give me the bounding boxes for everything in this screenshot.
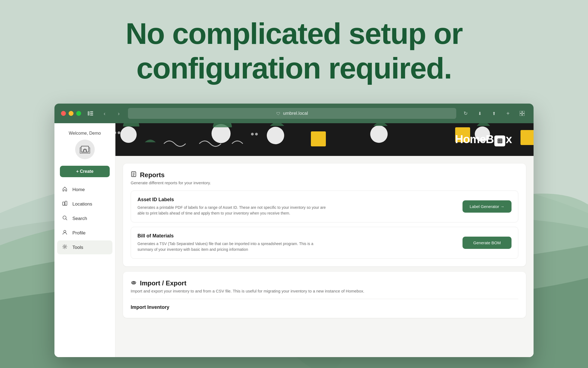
search-icon bbox=[62, 215, 68, 222]
svg-point-31 bbox=[115, 131, 116, 134]
download-button[interactable]: ⬇ bbox=[475, 108, 485, 118]
tabs-button[interactable] bbox=[517, 108, 527, 118]
svg-point-28 bbox=[370, 125, 388, 143]
page-content-area: Reports Generate different reports for y… bbox=[115, 156, 534, 325]
import-inventory-title: Import Inventory bbox=[131, 299, 518, 310]
reports-title: Reports bbox=[140, 171, 165, 179]
import-export-title: Import / Export bbox=[140, 279, 186, 287]
tools-icon bbox=[62, 244, 68, 251]
report-items-list: Asset ID Labels Generates a printable PD… bbox=[131, 191, 518, 259]
bom-info: Bill of Materials Generates a TSV (Tab S… bbox=[137, 233, 328, 252]
app-logo: HomeB⊞x bbox=[455, 133, 512, 146]
reports-section: Reports Generate different reports for y… bbox=[123, 164, 526, 266]
reports-subtitle: Generate different reports for your inve… bbox=[131, 180, 518, 185]
url-display: umbrel.local bbox=[283, 111, 308, 116]
sidebar-item-home-label: Home bbox=[72, 187, 85, 192]
svg-rect-7 bbox=[90, 114, 93, 116]
svg-rect-14 bbox=[63, 202, 65, 205]
import-inventory-item: Import Inventory bbox=[131, 299, 518, 310]
svg-rect-22 bbox=[311, 131, 326, 146]
sidebar-welcome-text: Welcome, Demo bbox=[69, 131, 101, 136]
hero-section: No complicated setup or configuration re… bbox=[0, 16, 588, 85]
traffic-light-minimize[interactable] bbox=[69, 111, 74, 116]
svg-rect-8 bbox=[520, 111, 522, 113]
asset-labels-title: Asset ID Labels bbox=[137, 197, 328, 203]
svg-rect-10 bbox=[520, 114, 522, 116]
import-export-header: Import / Export bbox=[131, 279, 518, 287]
app-name-text2: x bbox=[506, 133, 512, 146]
sidebar-item-home[interactable]: Home bbox=[57, 183, 112, 197]
share-button[interactable]: ⬆ bbox=[489, 108, 499, 118]
locations-icon bbox=[62, 201, 68, 207]
svg-rect-24 bbox=[520, 130, 534, 145]
svg-point-34 bbox=[255, 133, 258, 135]
reports-icon bbox=[131, 171, 137, 179]
profile-icon bbox=[62, 230, 68, 236]
svg-rect-15 bbox=[65, 201, 67, 205]
hero-title: No complicated setup or configuration re… bbox=[0, 16, 588, 85]
sidebar-navigation: Home Locations bbox=[54, 183, 115, 254]
reload-button[interactable]: ↻ bbox=[461, 108, 470, 118]
browser-chrome: ‹ › 🛡 umbrel.local ↻ ⬇ ⬆ + bbox=[54, 104, 534, 123]
svg-rect-6 bbox=[90, 113, 93, 114]
sidebar-item-search[interactable]: Search bbox=[57, 212, 112, 225]
sidebar-item-profile[interactable]: Profile bbox=[57, 226, 112, 240]
main-content: HomeB⊞x bbox=[115, 123, 534, 357]
svg-point-32 bbox=[118, 131, 120, 134]
browser-window: ‹ › 🛡 umbrel.local ↻ ⬇ ⬆ + Welcome, Demo bbox=[54, 104, 534, 357]
svg-point-25 bbox=[120, 126, 137, 143]
label-generator-button[interactable]: Label Generator → bbox=[463, 200, 512, 213]
svg-rect-4 bbox=[88, 111, 90, 116]
svg-point-27 bbox=[267, 127, 284, 144]
import-export-section: Import / Export Import and export your i… bbox=[123, 272, 526, 318]
back-button[interactable]: ‹ bbox=[100, 108, 109, 118]
svg-rect-40 bbox=[133, 175, 134, 176]
asset-labels-description: Generates a printable PDF of labels for … bbox=[137, 205, 328, 216]
sidebar-user-section: Welcome, Demo bbox=[54, 131, 115, 166]
new-tab-button[interactable]: + bbox=[503, 108, 513, 118]
address-bar[interactable]: 🛡 umbrel.local bbox=[128, 108, 456, 119]
svg-point-33 bbox=[251, 133, 254, 135]
report-item-asset-labels: Asset ID Labels Generates a printable PD… bbox=[131, 191, 518, 222]
security-icon: 🛡 bbox=[276, 111, 280, 116]
bom-description: Generates a TSV (Tab Separated Values) f… bbox=[137, 241, 328, 252]
home-icon bbox=[62, 186, 68, 193]
svg-point-20 bbox=[64, 246, 66, 248]
reports-header: Reports bbox=[131, 171, 518, 179]
sidebar: Welcome, Demo + Create bbox=[54, 123, 115, 357]
svg-point-19 bbox=[64, 230, 66, 233]
svg-point-41 bbox=[133, 282, 135, 283]
sidebar-item-tools[interactable]: Tools bbox=[57, 240, 112, 254]
traffic-lights bbox=[61, 111, 81, 116]
avatar bbox=[75, 140, 95, 159]
app-logo-box: ⊞ bbox=[494, 135, 505, 146]
app-banner: HomeB⊞x bbox=[115, 123, 534, 156]
forward-button[interactable]: › bbox=[114, 108, 124, 118]
svg-line-18 bbox=[66, 219, 67, 220]
svg-rect-5 bbox=[90, 111, 93, 112]
generate-bom-button[interactable]: Generate BOM bbox=[463, 237, 512, 249]
svg-rect-9 bbox=[522, 111, 525, 113]
report-item-bom: Bill of Materials Generates a TSV (Tab S… bbox=[131, 227, 518, 259]
sidebar-toggle-button[interactable] bbox=[85, 108, 95, 118]
sidebar-item-locations[interactable]: Locations bbox=[57, 197, 112, 211]
bom-title: Bill of Materials bbox=[137, 233, 328, 239]
sidebar-item-tools-label: Tools bbox=[72, 245, 83, 250]
asset-labels-info: Asset ID Labels Generates a printable PD… bbox=[137, 197, 328, 216]
sidebar-item-locations-label: Locations bbox=[72, 201, 92, 207]
traffic-light-close[interactable] bbox=[61, 111, 66, 116]
traffic-light-maximize[interactable] bbox=[76, 111, 81, 116]
app-layout: Welcome, Demo + Create bbox=[54, 123, 534, 357]
create-button[interactable]: + Create bbox=[60, 166, 110, 177]
sidebar-item-search-label: Search bbox=[72, 216, 87, 221]
import-export-subtitle: Import and export your inventory to and … bbox=[131, 289, 518, 293]
import-export-icon bbox=[131, 279, 137, 287]
sidebar-item-profile-label: Profile bbox=[72, 230, 85, 236]
svg-rect-11 bbox=[522, 114, 525, 116]
app-name-text: HomeB bbox=[455, 133, 494, 146]
